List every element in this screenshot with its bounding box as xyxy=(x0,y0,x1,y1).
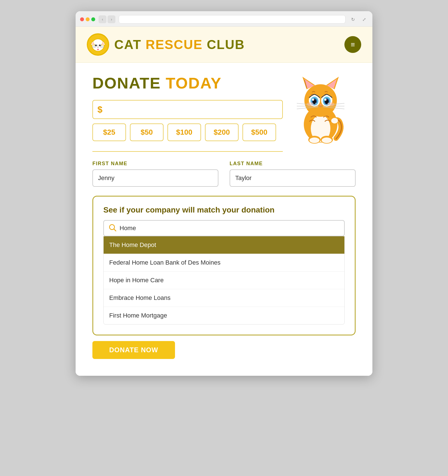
svg-point-8 xyxy=(100,45,101,45)
svg-point-5 xyxy=(95,45,97,46)
site-title: CAT RESCUE CLUB xyxy=(114,37,245,52)
today-word: TODAY xyxy=(166,74,222,92)
cat-logo xyxy=(87,33,109,56)
maximize-button[interactable] xyxy=(91,17,95,21)
divider xyxy=(92,151,283,152)
svg-point-7 xyxy=(96,45,97,45)
close-button[interactable] xyxy=(80,17,84,21)
title-rescue: RESCUE xyxy=(146,37,203,52)
amount-btn-200[interactable]: $200 xyxy=(205,123,239,141)
svg-point-35 xyxy=(312,99,314,101)
menu-icon: ≡ xyxy=(351,40,355,49)
svg-point-6 xyxy=(99,45,101,46)
amount-btn-500[interactable]: $500 xyxy=(242,123,276,141)
amount-btn-100[interactable]: $100 xyxy=(167,123,201,141)
submit-btn-row: DONATE NOW xyxy=(92,341,356,359)
nav-arrows: ‹ › xyxy=(99,15,115,23)
svg-point-19 xyxy=(309,137,319,143)
amount-input[interactable] xyxy=(105,101,278,118)
traffic-lights xyxy=(80,17,95,21)
name-fields: FIRST NAME LAST NAME xyxy=(92,161,356,187)
last-name-input[interactable] xyxy=(230,169,356,187)
cat-illustration-svg xyxy=(291,74,350,144)
donate-section: DONATE TODAY $ $25 $50 $100 $200 $500 xyxy=(92,74,356,359)
logo-area: CAT RESCUE CLUB xyxy=(87,33,245,56)
dropdown-item-5[interactable]: First Home Mortgage xyxy=(104,307,344,324)
amount-input-row: $ xyxy=(92,100,283,119)
browser-chrome: ‹ › ↻ ⤢ xyxy=(76,11,372,27)
svg-point-37 xyxy=(315,103,316,104)
page-content: CAT RESCUE CLUB ≡ xyxy=(76,27,372,376)
amount-btn-50[interactable]: $50 xyxy=(130,123,164,141)
address-bar[interactable] xyxy=(119,15,346,24)
cat-logo-icon xyxy=(90,36,106,53)
dropdown-item-4[interactable]: Embrace Home Loans xyxy=(104,289,344,307)
svg-point-36 xyxy=(324,99,326,101)
dropdown-item-1[interactable]: The Home Depot xyxy=(104,236,344,254)
forward-button[interactable]: › xyxy=(108,15,115,23)
first-name-group: FIRST NAME xyxy=(92,161,218,187)
company-search-box xyxy=(103,220,345,236)
browser-window: ‹ › ↻ ⤢ xyxy=(76,11,372,376)
company-search-input[interactable] xyxy=(120,221,340,236)
submit-button[interactable]: DONATE NOW xyxy=(92,341,175,359)
donate-word: DONATE xyxy=(92,74,161,92)
svg-point-16 xyxy=(331,118,338,123)
dropdown-item-2[interactable]: Federal Home Loan Bank of Des Moines xyxy=(104,254,344,272)
last-name-group: LAST NAME xyxy=(230,161,356,187)
title-club: CLUB xyxy=(207,37,245,52)
svg-point-20 xyxy=(322,137,332,143)
main-content: DONATE TODAY $ $25 $50 $100 $200 $500 xyxy=(76,63,372,376)
back-button[interactable]: ‹ xyxy=(99,15,106,23)
refresh-button[interactable]: ↻ xyxy=(349,15,357,23)
amount-btn-25[interactable]: $25 xyxy=(92,123,126,141)
cat-illustration xyxy=(291,74,350,144)
dollar-sign: $ xyxy=(97,104,102,115)
minimize-button[interactable] xyxy=(86,17,90,21)
expand-button[interactable]: ⤢ xyxy=(360,15,368,23)
company-dropdown: The Home Depot Federal Home Loan Bank of… xyxy=(103,236,345,325)
first-name-input[interactable] xyxy=(92,169,218,187)
site-header: CAT RESCUE CLUB ≡ xyxy=(76,27,372,63)
title-cat: CAT xyxy=(114,37,141,52)
search-icon xyxy=(108,223,117,233)
company-match-section: See if your company will match your dona… xyxy=(92,196,356,335)
first-name-label: FIRST NAME xyxy=(92,161,218,167)
menu-button[interactable]: ≡ xyxy=(344,36,361,53)
dropdown-item-3[interactable]: Hope in Home Care xyxy=(104,272,344,289)
last-name-label: LAST NAME xyxy=(230,161,356,167)
svg-line-49 xyxy=(114,229,116,231)
match-title: See if your company will match your dona… xyxy=(103,206,345,214)
